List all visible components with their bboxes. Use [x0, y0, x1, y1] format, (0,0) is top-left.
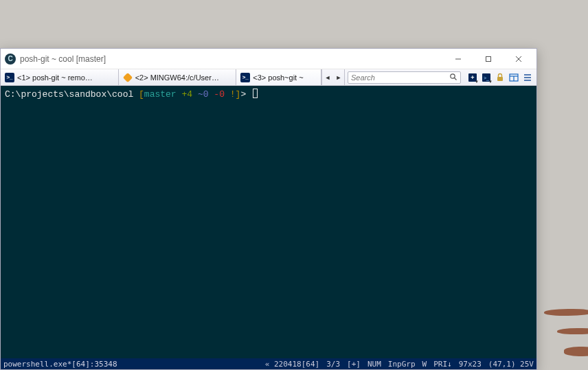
svg-rect-10 [497, 77, 503, 81]
search-input[interactable] [351, 73, 446, 82]
prompt-gt: > [240, 89, 246, 100]
status-input-group: InpGrp [388, 360, 416, 369]
svg-text:+: + [471, 74, 474, 81]
prompt-modified: ~0 [198, 89, 209, 100]
maximize-button[interactable] [473, 49, 504, 69]
minimize-icon [455, 56, 462, 62]
close-icon [515, 56, 522, 62]
menu-icon [523, 73, 532, 82]
git-icon [123, 73, 133, 82]
status-size: 97x23 [459, 360, 482, 369]
search-icon [449, 73, 457, 82]
lock-button[interactable] [494, 71, 506, 84]
minimize-button[interactable] [443, 49, 473, 69]
toolbar: >_ <1> posh-git ~ remo… <2> MINGW64:/c/U… [1, 69, 536, 86]
prompt-open-bracket: [ [139, 89, 144, 100]
prompt-deleted: -0 [214, 89, 225, 100]
search-box[interactable] [348, 71, 461, 84]
search-wrap [345, 69, 464, 85]
status-w: W [422, 360, 427, 369]
window-title: posh-git ~ cool [master] [20, 54, 443, 64]
status-priority: PRI↓ [433, 360, 452, 369]
svg-line-5 [454, 78, 456, 80]
status-right: « 220418[64]3/3[+]NUMInpGrpWPRI↓97x23(47… [258, 360, 534, 369]
svg-rect-1 [486, 56, 491, 61]
prompt-bang: ! [230, 89, 236, 100]
new-console-button[interactable]: + ▼ [466, 71, 479, 84]
tab-1-label: <1> posh-git ~ remo… [17, 73, 93, 82]
terminal[interactable]: C:\projects\sandbox\cool [master +4 ~0 -… [1, 86, 536, 358]
tab-prev-button[interactable]: ◄ [322, 69, 333, 85]
powershell-icon: >_ [5, 73, 14, 82]
chevron-down-icon: ▼ [475, 80, 479, 84]
powershell-icon: >_ [240, 73, 250, 82]
prompt-added: +4 [181, 89, 192, 100]
prompt-branch: master [144, 89, 177, 100]
lock-icon [495, 73, 505, 82]
toolbar-icons: + ▼ >_ ▼ [464, 69, 536, 85]
status-plus: [+] [347, 360, 361, 369]
tab-next-button[interactable]: ► [333, 69, 344, 85]
panels-icon [509, 73, 519, 82]
cursor [253, 89, 258, 98]
console-button[interactable]: >_ ▼ [480, 71, 493, 84]
status-process: powershell.exe*[64]:35348 [3, 360, 117, 369]
tab-nav: ◄ ► [321, 69, 345, 85]
status-proc: 3/3 [326, 360, 340, 369]
app-icon: C [5, 54, 16, 65]
prompt-line: C:\projects\sandbox\cool [master +4 ~0 -… [5, 89, 532, 101]
prompt-path: C:\projects\sandbox\cool [5, 89, 139, 100]
tab-3-label: <3> posh~git ~ [253, 73, 303, 82]
svg-point-4 [451, 73, 455, 78]
chevron-down-icon: ▼ [488, 80, 493, 84]
tab-2-label: <2> MINGW64:/c/User… [135, 73, 219, 82]
tab-1[interactable]: >_ <1> posh-git ~ remo… [1, 69, 119, 85]
maximize-icon [485, 56, 492, 62]
menu-button[interactable] [521, 71, 534, 84]
titlebar: C posh-git ~ cool [master] [1, 49, 536, 69]
statusbar: powershell.exe*[64]:35348 « 220418[64]3/… [1, 358, 536, 369]
window-controls [443, 49, 534, 69]
tab-2[interactable]: <2> MINGW64:/c/User… [119, 69, 237, 85]
close-button[interactable] [504, 49, 534, 69]
status-numlock: NUM [368, 360, 381, 369]
status-memory: « 220418[64] [265, 360, 319, 369]
view-button[interactable] [508, 71, 520, 84]
tab-3[interactable]: >_ <3> posh~git ~ [236, 69, 321, 85]
app-window: C posh-git ~ cool [master] >_ <1> posh-g… [0, 48, 537, 370]
status-position: (47,1) 25V [488, 360, 534, 369]
